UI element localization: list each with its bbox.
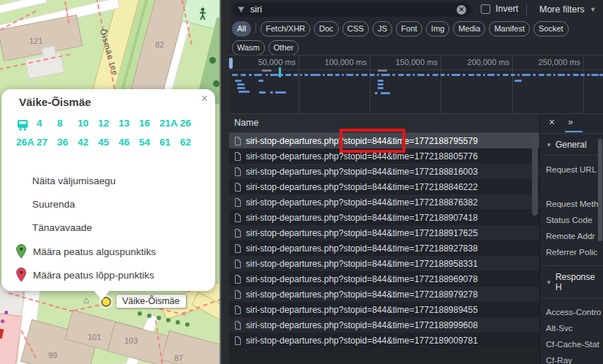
network-request-row[interactable]: siri-stop-departures.php?stopid=844&time… xyxy=(229,194,539,210)
route-number[interactable]: 45 xyxy=(98,134,119,151)
network-request-row[interactable]: siri-stop-departures.php?stopid=844&time… xyxy=(229,179,539,194)
chip-font[interactable]: Font xyxy=(396,21,422,37)
overview-range-handle[interactable] xyxy=(229,58,233,69)
request-url: siri-stop-departures.php?stopid=844&time… xyxy=(246,197,478,208)
chip-fetch-xhr[interactable]: Fetch/XHR xyxy=(261,21,310,37)
popup-menu: Näita väljumisaeguSuurendaTänavavaade xyxy=(32,174,116,244)
overview-request-bar xyxy=(270,74,279,76)
route-number[interactable]: 36 xyxy=(57,134,78,151)
set-start-point-item[interactable]: Määra peatus alguspunktiks xyxy=(16,244,156,259)
chip-manifest[interactable]: Manifest xyxy=(489,21,530,37)
network-request-row[interactable]: siri-stop-departures.php?stopid=844&time… xyxy=(229,317,539,333)
route-number[interactable]: 42 xyxy=(78,134,98,151)
header-label: Request Meth xyxy=(540,200,603,208)
set-end-point-item[interactable]: Määra peatus lõpp-punktiks xyxy=(16,268,154,282)
tree-icon xyxy=(185,322,190,327)
section-title: Response H xyxy=(555,272,597,292)
network-request-row[interactable]: siri-stop-departures.php?stopid=844&time… xyxy=(229,164,539,179)
filter-input[interactable]: siri ✕ xyxy=(232,2,471,17)
network-request-row[interactable]: siri-stop-departures.php?stopid=844&time… xyxy=(229,302,539,317)
route-number[interactable]: 62 xyxy=(180,134,201,151)
close-icon[interactable]: × xyxy=(549,116,555,128)
chip-wasm[interactable]: Wasm xyxy=(232,40,265,56)
chip-media[interactable]: Media xyxy=(453,21,485,37)
close-icon[interactable]: × xyxy=(201,93,208,105)
overview-request-bar xyxy=(262,69,271,72)
document-icon xyxy=(234,167,241,176)
overview-request-bar xyxy=(427,74,430,76)
document-icon xyxy=(234,229,241,238)
overview-request-bar xyxy=(591,74,599,76)
overview-request-bar xyxy=(281,74,283,76)
route-number[interactable]: 26A xyxy=(16,134,37,151)
request-url: siri-stop-departures.php?stopid=844&time… xyxy=(246,335,478,346)
header-label: Status Code xyxy=(540,216,603,224)
route-number[interactable]: 16 xyxy=(139,115,160,132)
map-pane[interactable]: 121 82 99 101 103 87 Õismäe tee ⌂ Väike-… xyxy=(0,0,220,364)
route-number[interactable]: 4 xyxy=(37,115,57,132)
overview-request-bar xyxy=(266,74,268,76)
route-number[interactable]: 21A xyxy=(160,115,180,132)
stop-context-popup: × Väike-Õismäe 481012131621A2626A2736424… xyxy=(1,89,215,291)
network-request-row[interactable]: siri-stop-departures.php?stopid=844&time… xyxy=(229,287,539,302)
expand-panel-icon[interactable]: » xyxy=(568,116,573,127)
popup-menu-item[interactable]: Suurenda xyxy=(32,197,116,212)
invert-checkbox[interactable] xyxy=(481,4,490,14)
chip-socket[interactable]: Socket xyxy=(533,21,569,37)
popup-menu-item[interactable]: Näita väljumisaegu xyxy=(32,174,116,189)
route-number[interactable]: 61 xyxy=(160,134,180,151)
route-number[interactable]: 8 xyxy=(57,115,78,132)
triangle-down-icon: ▼ xyxy=(546,142,552,148)
route-number[interactable]: 10 xyxy=(78,115,98,132)
route-number[interactable]: 13 xyxy=(119,115,139,132)
sidebar-scrollbar-thumb[interactable] xyxy=(598,139,602,241)
request-details-sidebar: × » ▼GeneralRequest URLRequest MethStatu… xyxy=(539,114,603,364)
clear-filter-icon[interactable]: ✕ xyxy=(457,5,466,15)
overview-request-bar xyxy=(275,91,286,94)
route-number[interactable]: 54 xyxy=(139,134,160,151)
network-request-row[interactable]: siri-stop-departures.php?stopid=844&time… xyxy=(229,256,539,271)
network-request-row[interactable]: siri-stop-departures.php?stopid=844&time… xyxy=(229,333,539,348)
building-label: 121 xyxy=(29,37,42,45)
chip-all[interactable]: All xyxy=(232,21,251,37)
timeline-overview[interactable]: 50,000 ms100,000 ms150,000 ms200,000 ms2… xyxy=(229,55,603,114)
filter-funnel-icon xyxy=(237,6,245,14)
timeline-tick-label: 250,000 ms xyxy=(522,58,580,67)
network-request-row[interactable]: siri-stop-departures.php?stopid=844&time… xyxy=(229,225,539,240)
overview-request-bar xyxy=(378,87,383,89)
request-url: siri-stop-departures.php?stopid=844&time… xyxy=(246,213,478,223)
scrollbar-thumb[interactable] xyxy=(532,134,538,216)
toolbar-separator xyxy=(526,4,527,15)
red-pin-icon xyxy=(16,268,26,282)
chip-other[interactable]: Other xyxy=(269,40,299,56)
chevron-down-icon: ▼ xyxy=(590,6,596,13)
shop-icon xyxy=(1,319,4,323)
route-number[interactable]: 27 xyxy=(37,134,57,151)
chip-img[interactable]: Img xyxy=(426,21,449,37)
annotation-highlight-box xyxy=(340,129,405,153)
request-list-scrollbar[interactable] xyxy=(532,134,538,363)
chip-js[interactable]: JS xyxy=(372,21,392,37)
more-filters-button[interactable]: More filters ▼ xyxy=(539,4,596,15)
network-request-row[interactable]: siri-stop-departures.php?stopid=844&time… xyxy=(229,240,539,256)
tree-icon xyxy=(176,320,180,325)
window-divider[interactable] xyxy=(220,0,229,364)
overview-request-bar xyxy=(381,74,390,76)
route-number[interactable]: 12 xyxy=(98,115,119,132)
green-pin-icon xyxy=(16,244,26,259)
document-icon xyxy=(234,275,241,284)
popup-menu-item[interactable]: Tänavavaade xyxy=(32,221,116,235)
network-request-row[interactable]: siri-stop-departures.php?stopid=844&time… xyxy=(229,271,539,287)
map-building xyxy=(161,330,220,364)
chip-doc[interactable]: Doc xyxy=(314,21,339,37)
timeline-gridline xyxy=(441,56,441,113)
route-number[interactable]: 26 xyxy=(180,115,201,132)
network-request-row[interactable]: siri-stop-departures.php?stopid=844&time… xyxy=(229,210,539,225)
section-header-general[interactable]: ▼General xyxy=(540,134,603,156)
section-header-response-h[interactable]: ▼Response H xyxy=(540,265,603,298)
chip-css[interactable]: CSS xyxy=(342,21,370,37)
overview-request-bar xyxy=(285,74,291,76)
overview-request-bar xyxy=(406,74,411,76)
route-number[interactable]: 46 xyxy=(119,134,139,151)
overview-request-bar xyxy=(327,74,333,76)
